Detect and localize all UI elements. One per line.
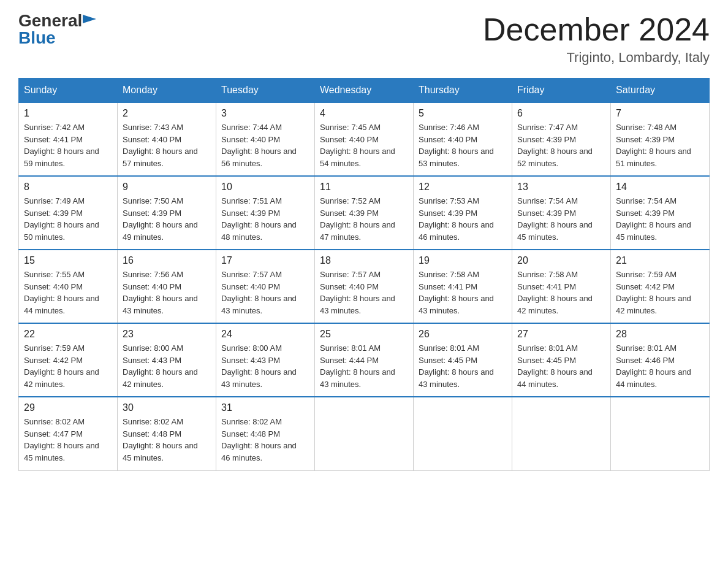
table-cell: 20 Sunrise: 7:58 AM Sunset: 4:41 PM Dayl… [512, 250, 611, 323]
table-cell: 27 Sunrise: 8:01 AM Sunset: 4:45 PM Dayl… [512, 323, 611, 397]
day-info: Sunrise: 7:50 AM Sunset: 4:39 PM Dayligh… [123, 195, 211, 243]
day-info: Sunrise: 7:42 AM Sunset: 4:41 PM Dayligh… [24, 121, 112, 169]
table-cell: 2 Sunrise: 7:43 AM Sunset: 4:40 PM Dayli… [118, 102, 216, 176]
page-header: General Blue December 2024 Triginto, Lom… [18, 12, 710, 66]
day-number: 8 [24, 182, 112, 193]
table-cell: 29 Sunrise: 8:02 AM Sunset: 4:47 PM Dayl… [19, 397, 118, 470]
week-row-4: 22 Sunrise: 7:59 AM Sunset: 4:42 PM Dayl… [19, 323, 710, 397]
day-number: 18 [320, 255, 408, 266]
day-number: 7 [616, 108, 704, 119]
day-number: 13 [517, 182, 605, 193]
logo-flag-icon [83, 15, 96, 23]
table-cell: 26 Sunrise: 8:01 AM Sunset: 4:45 PM Dayl… [414, 323, 512, 397]
day-info: Sunrise: 7:53 AM Sunset: 4:39 PM Dayligh… [419, 195, 507, 243]
day-info: Sunrise: 8:00 AM Sunset: 4:43 PM Dayligh… [221, 342, 309, 390]
day-number: 9 [123, 182, 211, 193]
table-cell: 1 Sunrise: 7:42 AM Sunset: 4:41 PM Dayli… [19, 102, 118, 176]
day-number: 4 [320, 108, 408, 119]
week-row-5: 29 Sunrise: 8:02 AM Sunset: 4:47 PM Dayl… [19, 397, 710, 470]
day-number: 26 [419, 329, 507, 340]
day-number: 6 [517, 108, 605, 119]
table-cell: 7 Sunrise: 7:48 AM Sunset: 4:39 PM Dayli… [611, 102, 710, 176]
day-number: 30 [123, 402, 211, 413]
table-cell: 16 Sunrise: 7:56 AM Sunset: 4:40 PM Dayl… [118, 250, 216, 323]
table-cell: 5 Sunrise: 7:46 AM Sunset: 4:40 PM Dayli… [414, 102, 512, 176]
table-cell [315, 397, 414, 470]
day-number: 3 [221, 108, 309, 119]
logo-blue-label: Blue [18, 28, 56, 47]
day-number: 5 [419, 108, 507, 119]
day-number: 22 [24, 329, 112, 340]
day-info: Sunrise: 8:02 AM Sunset: 4:48 PM Dayligh… [221, 416, 309, 464]
day-info: Sunrise: 7:45 AM Sunset: 4:40 PM Dayligh… [320, 121, 408, 169]
day-info: Sunrise: 7:57 AM Sunset: 4:40 PM Dayligh… [320, 269, 408, 316]
svg-marker-0 [83, 15, 96, 23]
day-number: 25 [320, 329, 408, 340]
week-row-3: 15 Sunrise: 7:55 AM Sunset: 4:40 PM Dayl… [19, 250, 710, 323]
day-info: Sunrise: 7:49 AM Sunset: 4:39 PM Dayligh… [24, 195, 112, 243]
table-cell: 21 Sunrise: 7:59 AM Sunset: 4:42 PM Dayl… [611, 250, 710, 323]
week-row-1: 1 Sunrise: 7:42 AM Sunset: 4:41 PM Dayli… [19, 102, 710, 176]
day-info: Sunrise: 7:48 AM Sunset: 4:39 PM Dayligh… [616, 121, 704, 169]
location-text: Triginto, Lombardy, Italy [483, 50, 710, 66]
month-title: December 2024 [483, 12, 710, 47]
table-cell: 24 Sunrise: 8:00 AM Sunset: 4:43 PM Dayl… [216, 323, 315, 397]
day-number: 28 [616, 329, 704, 340]
day-number: 10 [221, 182, 309, 193]
day-number: 19 [419, 255, 507, 266]
col-friday: Friday [512, 79, 611, 103]
calendar-header-row: Sunday Monday Tuesday Wednesday Thursday… [19, 79, 710, 103]
day-info: Sunrise: 7:55 AM Sunset: 4:40 PM Dayligh… [24, 269, 112, 316]
day-info: Sunrise: 7:59 AM Sunset: 4:42 PM Dayligh… [616, 269, 704, 316]
table-cell: 11 Sunrise: 7:52 AM Sunset: 4:39 PM Dayl… [315, 176, 414, 250]
day-info: Sunrise: 7:59 AM Sunset: 4:42 PM Dayligh… [24, 342, 112, 390]
table-cell: 22 Sunrise: 7:59 AM Sunset: 4:42 PM Dayl… [19, 323, 118, 397]
day-info: Sunrise: 7:54 AM Sunset: 4:39 PM Dayligh… [616, 195, 704, 243]
table-cell: 30 Sunrise: 8:02 AM Sunset: 4:48 PM Dayl… [118, 397, 216, 470]
table-cell: 25 Sunrise: 8:01 AM Sunset: 4:44 PM Dayl… [315, 323, 414, 397]
table-cell: 8 Sunrise: 7:49 AM Sunset: 4:39 PM Dayli… [19, 176, 118, 250]
table-cell: 10 Sunrise: 7:51 AM Sunset: 4:39 PM Dayl… [216, 176, 315, 250]
col-wednesday: Wednesday [315, 79, 414, 103]
day-number: 17 [221, 255, 309, 266]
day-number: 14 [616, 182, 704, 193]
day-info: Sunrise: 7:58 AM Sunset: 4:41 PM Dayligh… [419, 269, 507, 316]
day-info: Sunrise: 7:58 AM Sunset: 4:41 PM Dayligh… [517, 269, 605, 316]
day-number: 23 [123, 329, 211, 340]
table-cell: 14 Sunrise: 7:54 AM Sunset: 4:39 PM Dayl… [611, 176, 710, 250]
day-number: 16 [123, 255, 211, 266]
calendar-table: Sunday Monday Tuesday Wednesday Thursday… [18, 78, 710, 471]
table-cell: 31 Sunrise: 8:02 AM Sunset: 4:48 PM Dayl… [216, 397, 315, 470]
day-number: 15 [24, 255, 112, 266]
day-info: Sunrise: 7:47 AM Sunset: 4:39 PM Dayligh… [517, 121, 605, 169]
day-info: Sunrise: 7:52 AM Sunset: 4:39 PM Dayligh… [320, 195, 408, 243]
table-cell: 23 Sunrise: 8:00 AM Sunset: 4:43 PM Dayl… [118, 323, 216, 397]
day-number: 11 [320, 182, 408, 193]
day-info: Sunrise: 7:43 AM Sunset: 4:40 PM Dayligh… [123, 121, 211, 169]
table-cell: 13 Sunrise: 7:54 AM Sunset: 4:39 PM Dayl… [512, 176, 611, 250]
day-info: Sunrise: 7:57 AM Sunset: 4:40 PM Dayligh… [221, 269, 309, 316]
logo: General Blue [18, 12, 96, 48]
table-cell: 18 Sunrise: 7:57 AM Sunset: 4:40 PM Dayl… [315, 250, 414, 323]
table-cell: 19 Sunrise: 7:58 AM Sunset: 4:41 PM Dayl… [414, 250, 512, 323]
table-cell [512, 397, 611, 470]
col-tuesday: Tuesday [216, 79, 315, 103]
table-cell: 17 Sunrise: 7:57 AM Sunset: 4:40 PM Dayl… [216, 250, 315, 323]
day-info: Sunrise: 8:01 AM Sunset: 4:45 PM Dayligh… [419, 342, 507, 390]
col-monday: Monday [118, 79, 216, 103]
logo-general-text: General [18, 12, 82, 29]
table-cell: 9 Sunrise: 7:50 AM Sunset: 4:39 PM Dayli… [118, 176, 216, 250]
table-cell: 4 Sunrise: 7:45 AM Sunset: 4:40 PM Dayli… [315, 102, 414, 176]
day-info: Sunrise: 8:01 AM Sunset: 4:46 PM Dayligh… [616, 342, 704, 390]
day-number: 27 [517, 329, 605, 340]
day-info: Sunrise: 8:01 AM Sunset: 4:45 PM Dayligh… [517, 342, 605, 390]
col-sunday: Sunday [19, 79, 118, 103]
week-row-2: 8 Sunrise: 7:49 AM Sunset: 4:39 PM Dayli… [19, 176, 710, 250]
day-number: 29 [24, 402, 112, 413]
day-info: Sunrise: 8:01 AM Sunset: 4:44 PM Dayligh… [320, 342, 408, 390]
table-cell: 6 Sunrise: 7:47 AM Sunset: 4:39 PM Dayli… [512, 102, 611, 176]
table-cell: 12 Sunrise: 7:53 AM Sunset: 4:39 PM Dayl… [414, 176, 512, 250]
day-number: 31 [221, 402, 309, 413]
day-info: Sunrise: 7:44 AM Sunset: 4:40 PM Dayligh… [221, 121, 309, 169]
day-info: Sunrise: 7:46 AM Sunset: 4:40 PM Dayligh… [419, 121, 507, 169]
